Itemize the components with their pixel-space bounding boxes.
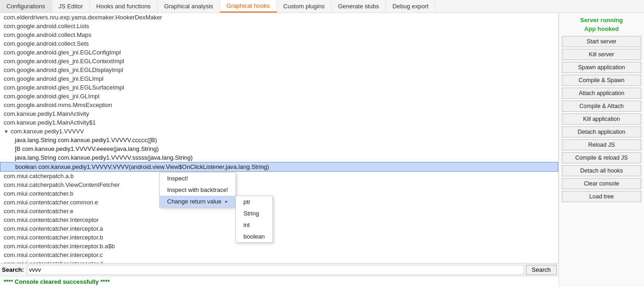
list-item[interactable]: com.google.android.mms.MmsException [0, 101, 558, 109]
list-item[interactable]: com.kanxue.pediy1.MainActivity [0, 109, 558, 118]
list-item[interactable]: com.miui.contentcatcher.interceptor.b [0, 233, 558, 242]
list-item[interactable]: com.kanxue.pediy1.MainActivity$1 [0, 118, 558, 127]
list-item[interactable]: com.google.android.gles_jni.EGLSurfaceIm… [0, 83, 558, 92]
detach-all-hooks-button[interactable]: Detach all hooks [562, 165, 641, 176]
submenu: ptr String int boolean [235, 196, 272, 243]
list-item[interactable]: com.miui.contentcatcher.interceptor.a [0, 224, 558, 233]
list-item[interactable]: com.miui.contentcatcher.interceptor.c [0, 251, 558, 259]
left-section: com.elderdrivers.nru.exp.yama.dexmaker.H… [0, 13, 559, 287]
nav-tab-graphical-hooks[interactable]: Graphical hooks [220, 0, 277, 12]
expand-arrow-icon: ▼ [4, 129, 9, 134]
context-menu-change-return[interactable]: Change return value ▸ [160, 196, 235, 207]
list-item[interactable]: com.google.android.gles_jni.EGLConfigImp… [0, 48, 558, 57]
app-status: App hooked [562, 25, 641, 32]
nav-tab-js-editor[interactable]: JS Editor [52, 0, 90, 12]
list-item[interactable]: com.miui.catcherpatch.a.b [0, 172, 558, 180]
search-bar: Search: Search [0, 263, 559, 276]
class-list: com.elderdrivers.nru.exp.yama.dexmaker.H… [0, 13, 558, 263]
main-layout: com.elderdrivers.nru.exp.yama.dexmaker.H… [0, 13, 644, 287]
server-status: Server running [562, 17, 641, 24]
list-item[interactable]: java.lang.String com.kanxue.pediy1.VVVVV… [0, 153, 558, 162]
nav-tab-custom-plugins[interactable]: Custom plugins [277, 0, 332, 12]
context-menu: Inspect! Inspect with backtrace! Change … [159, 172, 236, 208]
chevron-right-icon: ▸ [225, 198, 228, 204]
list-item[interactable]: com.miui.contentcatcher.e [0, 207, 558, 215]
submenu-ptr[interactable]: ptr [236, 196, 272, 208]
list-item[interactable]: com.google.android.gles_jni.EGLContextIm… [0, 57, 558, 66]
context-menu-inspect-backtrace[interactable]: Inspect with backtrace! [160, 184, 235, 196]
attach-application-button[interactable]: Attach application [562, 88, 641, 99]
compile-reload-js-button[interactable]: Compile & reload JS [562, 152, 641, 163]
list-item[interactable]: java.lang.String com.kanxue.pediy1.VVVVV… [0, 136, 558, 144]
list-item[interactable]: com.miui.catcherpatch.ViewContentFetcher [0, 180, 558, 189]
list-item[interactable]: com.miui.contentcatcher.common.e [0, 198, 558, 207]
spawn-application-button[interactable]: Spawn application [562, 62, 641, 73]
nav-tab-hooks-and-functions[interactable]: Hooks and functions [90, 0, 158, 12]
reload-js-button[interactable]: Reload JS [562, 139, 641, 150]
compile-attach-button[interactable]: Compile & Attach [562, 101, 641, 112]
detach-application-button[interactable]: Detach application [562, 126, 641, 138]
load-tree-button[interactable]: Load tree [562, 191, 641, 202]
start-server-button[interactable]: Start server [562, 36, 641, 47]
submenu-int[interactable]: int [236, 219, 272, 231]
list-item[interactable]: com.miui.contentcatcher.Interceptor [0, 215, 558, 224]
search-label: Search: [2, 266, 24, 273]
nav-tabs: ConfigurationsJS EditorHooks and functio… [0, 0, 644, 13]
list-item[interactable]: boolean com.kanxue.pediy1.VVVVV.VVVV(and… [0, 162, 558, 172]
list-item[interactable]: ▼com.kanxue.pediy1.VVVVV [0, 127, 558, 136]
compile-spawn-button[interactable]: Compile & Spawn [562, 75, 641, 86]
submenu-boolean[interactable]: boolean [236, 231, 272, 242]
list-item[interactable]: com.google.android.collect.Lists [0, 22, 558, 30]
context-menu-change-return-container: Change return value ▸ ptr String int boo… [160, 196, 235, 207]
list-item[interactable]: com.google.android.gles_jni.EGLImpl [0, 74, 558, 83]
submenu-string[interactable]: String [236, 208, 272, 219]
console-area: **** Console cleared successfully **** [0, 276, 559, 287]
kill-application-button[interactable]: Kill application [562, 114, 641, 125]
nav-tab-debug-export[interactable]: Debug export [386, 0, 435, 12]
class-list-panel[interactable]: com.elderdrivers.nru.exp.yama.dexmaker.H… [0, 13, 559, 263]
list-item[interactable]: com.google.android.collect.Sets [0, 39, 558, 48]
list-item[interactable]: [B com.kanxue.pediy1.VVVVV.eeeee(java.la… [0, 144, 558, 153]
list-item[interactable]: com.google.android.collect.Maps [0, 30, 558, 39]
list-item[interactable]: com.miui.contentcatcher.b [0, 189, 558, 198]
right-panel: Server running App hooked Start server K… [559, 13, 644, 287]
search-button[interactable]: Search [526, 265, 557, 275]
list-item[interactable]: com.google.android.gles_jni.GLImpl [0, 92, 558, 101]
nav-tab-graphical-analysis[interactable]: Graphical analysis [157, 0, 220, 12]
clear-console-button[interactable]: Clear console [562, 178, 641, 189]
context-menu-inspect[interactable]: Inspect! [160, 173, 235, 184]
kill-server-button[interactable]: Kill server [562, 49, 641, 60]
search-input[interactable] [27, 265, 524, 275]
list-item[interactable]: com.elderdrivers.nru.exp.yama.dexmaker.H… [0, 13, 558, 22]
nav-tab-generate-stubs[interactable]: Generate stubs [331, 0, 386, 12]
list-item[interactable]: com.miui.contentcatcher.interceptor.b.a$… [0, 242, 558, 251]
nav-tab-configurations[interactable]: Configurations [0, 0, 52, 12]
list-item[interactable]: com.google.android.gles_jni.EGLDisplayIm… [0, 66, 558, 74]
console-message: **** Console cleared successfully **** [4, 278, 110, 285]
list-item[interactable]: com.miui.contentcatcher.interceptor.d [0, 259, 558, 263]
context-menu-overlay: Inspect! Inspect with backtrace! Change … [159, 172, 236, 208]
